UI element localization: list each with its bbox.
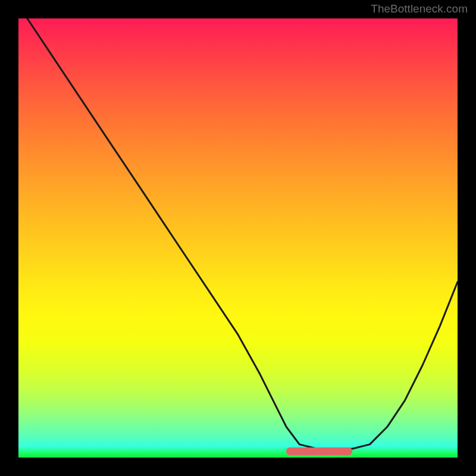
bottleneck-curve	[27, 18, 458, 449]
watermark: TheBottleneck.com	[371, 2, 468, 15]
valley-accent-bar	[286, 447, 352, 455]
chart-svg	[18, 18, 458, 458]
chart-plot-area	[18, 18, 458, 458]
